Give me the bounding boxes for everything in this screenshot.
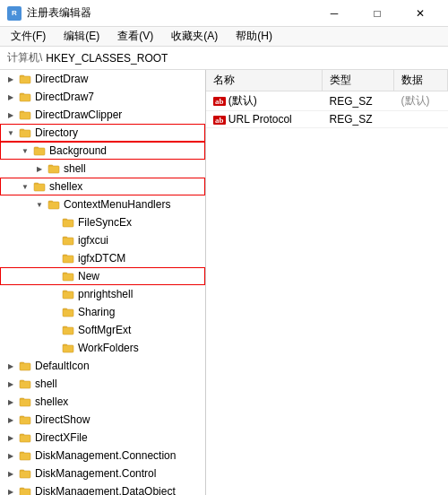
collapse-icon[interactable]: ▼ <box>4 126 18 140</box>
menu-item-f[interactable]: 文件(F) <box>4 27 53 46</box>
svg-rect-11 <box>48 166 59 173</box>
tree-item-label: Directory <box>35 126 78 139</box>
close-button[interactable]: ✕ <box>400 0 441 27</box>
svg-rect-41 <box>20 435 30 442</box>
expand-icon[interactable]: ▶ <box>4 359 18 373</box>
folder-icon <box>18 467 32 480</box>
tree-item-label: shellex <box>49 180 82 193</box>
expand-icon[interactable]: ▶ <box>4 412 18 427</box>
expand-icon[interactable]: ▶ <box>4 377 18 391</box>
svg-rect-45 <box>20 471 30 478</box>
folder-icon <box>61 216 75 229</box>
tree-item-label: DirectDraw7 <box>35 91 94 103</box>
tree-item[interactable]: ▶DirectDraw7 <box>0 88 205 106</box>
expand-icon[interactable]: ▶ <box>4 430 18 445</box>
tree-item[interactable]: ▶DirectDraw <box>0 70 205 88</box>
tree-item[interactable]: ▶shellex <box>0 393 205 411</box>
tree-item[interactable]: ▶DiskManagement.Control <box>0 465 205 482</box>
cell-name: ab (默认) <box>206 91 323 111</box>
svg-rect-7 <box>20 130 30 137</box>
expand-icon[interactable]: ▶ <box>4 466 18 481</box>
app-icon: R <box>7 6 22 21</box>
collapse-icon[interactable]: ▼ <box>32 197 47 212</box>
tree-item[interactable]: Sharing <box>0 303 205 321</box>
tree-item-label: ContextMenuHandlers <box>64 198 170 211</box>
tree-item-label: Background <box>49 144 107 157</box>
folder-icon <box>18 73 32 85</box>
tree-pane[interactable]: ▶DirectDraw▶DirectDraw7▶DirectDrawClippe… <box>0 70 206 495</box>
col-type[interactable]: 类型 <box>323 70 394 91</box>
tree-item-label: WorkFolders <box>78 342 139 354</box>
svg-rect-9 <box>34 148 45 155</box>
maximize-button[interactable]: □ <box>357 0 398 27</box>
folder-icon <box>18 91 32 103</box>
tree-item[interactable]: pnrightshell <box>0 285 205 303</box>
expand-icon[interactable]: ▶ <box>4 448 18 463</box>
tree-item[interactable]: ▶shell <box>0 375 205 393</box>
expand-icon[interactable]: ▶ <box>4 484 18 495</box>
menu-item-a[interactable]: 收藏夹(A) <box>164 27 225 46</box>
tree-item-label: shell <box>35 378 57 390</box>
collapse-icon[interactable]: ▼ <box>18 179 32 194</box>
expand-icon[interactable]: ▶ <box>4 395 18 409</box>
tree-item[interactable]: ▼shellex <box>0 178 205 195</box>
breadcrumb-bar: 计算机\ HKEY_CLASSES_ROOT <box>0 47 448 70</box>
folder-icon <box>18 378 32 390</box>
tree-item[interactable]: igfxcui <box>0 231 205 249</box>
table-row[interactable]: ab URL ProtocolREG_SZ <box>206 111 448 128</box>
menu-item-h[interactable]: 帮助(H) <box>228 27 280 46</box>
col-name[interactable]: 名称 <box>206 70 323 91</box>
folder-icon <box>32 144 47 157</box>
table-header-row: 名称 类型 数据 <box>206 70 448 91</box>
tree-item[interactable]: ▶shell <box>0 160 205 178</box>
svg-rect-43 <box>20 453 30 460</box>
expand-icon[interactable]: ▶ <box>4 108 18 122</box>
leaf-icon <box>47 269 61 283</box>
tree-item-label: shell <box>64 162 86 175</box>
tree-item[interactable]: New <box>0 267 205 285</box>
collapse-icon[interactable]: ▼ <box>18 143 32 158</box>
minimize-button[interactable]: ─ <box>314 0 355 27</box>
svg-rect-17 <box>63 220 73 227</box>
leaf-icon <box>47 251 61 265</box>
cell-data <box>394 111 448 128</box>
tree-item[interactable]: ▶DiskManagement.DataObject <box>0 482 205 495</box>
tree-item[interactable]: ▶DirectShow <box>0 411 205 429</box>
tree-item[interactable]: ▶DirectDrawClipper <box>0 106 205 124</box>
tree-item[interactable]: ▼ContextMenuHandlers <box>0 195 205 213</box>
tree-item-label: SoftMgrExt <box>78 324 131 336</box>
tree-item-label: pnrightshell <box>78 288 133 300</box>
tree-item[interactable]: ▶DirectXFile <box>0 429 205 447</box>
tree-item-label: DiskManagement.Control <box>35 467 156 480</box>
cell-name: ab URL Protocol <box>206 111 323 128</box>
tree-item[interactable]: SoftMgrExt <box>0 321 205 339</box>
expand-icon[interactable]: ▶ <box>4 72 18 86</box>
table-row[interactable]: ab (默认)REG_SZ(默认) <box>206 91 448 111</box>
tree-item-label: FileSyncEx <box>78 216 132 229</box>
tree-item[interactable]: igfxDTCM <box>0 249 205 267</box>
folder-icon <box>18 126 32 139</box>
leaf-icon <box>47 287 61 301</box>
tree-item[interactable]: ▶DefaultIcon <box>0 357 205 375</box>
tree-item-label: DirectDraw <box>35 73 88 85</box>
tree-item[interactable]: ▼Directory <box>0 124 205 142</box>
registry-value-icon: ab URL Protocol <box>213 113 292 126</box>
leaf-icon <box>47 305 61 319</box>
menu-item-e[interactable]: 编辑(E) <box>56 27 107 46</box>
leaf-icon <box>47 233 61 248</box>
tree-item[interactable]: WorkFolders <box>0 339 205 357</box>
col-data[interactable]: 数据 <box>394 70 448 91</box>
menu-item-v[interactable]: 查看(V) <box>110 27 160 46</box>
title-bar-left: R 注册表编辑器 <box>7 5 91 21</box>
expand-icon[interactable]: ▶ <box>32 161 47 176</box>
tree-item[interactable]: ▶DiskManagement.Connection <box>0 447 205 465</box>
tree-item-label: Sharing <box>78 306 115 318</box>
folder-icon <box>47 198 61 211</box>
tree-item[interactable]: FileSyncEx <box>0 213 205 231</box>
tree-item[interactable]: ▼Background <box>0 142 205 160</box>
folder-icon <box>18 431 32 444</box>
expand-icon[interactable]: ▶ <box>4 90 18 104</box>
tree-item-label: DirectXFile <box>35 431 88 444</box>
svg-rect-31 <box>63 345 73 352</box>
folder-icon <box>61 270 75 282</box>
